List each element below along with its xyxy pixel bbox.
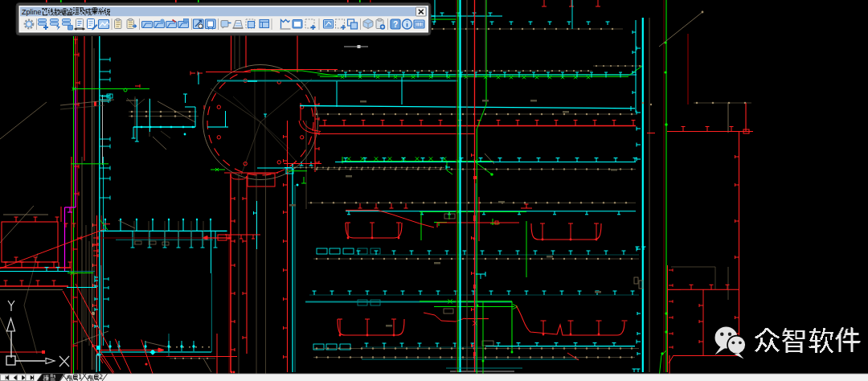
svg-text:Zpline: Zpline xyxy=(22,8,42,16)
svg-text:?: ? xyxy=(393,20,398,29)
